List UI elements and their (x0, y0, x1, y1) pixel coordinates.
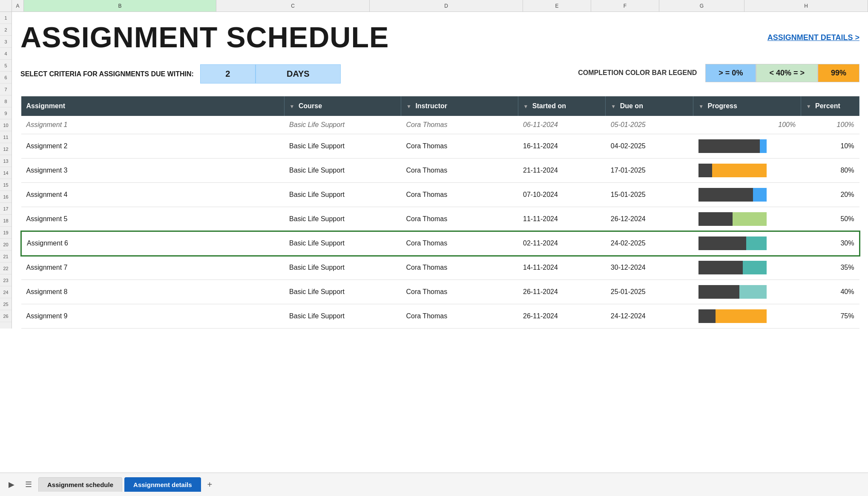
cell-assignment: Assignment 3 (21, 159, 285, 183)
cell-course: Basic Life Support (284, 183, 401, 207)
cell-course: Basic Life Support (284, 159, 401, 183)
row-num-5: 5 (0, 60, 11, 72)
cell-due-on: 24-02-2025 (606, 231, 693, 256)
cell-assignment: Assignment 6 (21, 231, 285, 256)
legend-box-blue: > = 0% (705, 64, 756, 82)
add-tab-button[interactable]: + (203, 478, 217, 492)
row-num-1: 1 (0, 12, 11, 24)
row-num-11: 11 (0, 131, 11, 143)
col-header-due-on[interactable]: ▼ Due on (606, 96, 693, 116)
table-row[interactable]: Assignment 5Basic Life SupportCora Thoma… (21, 207, 859, 231)
cell-course: Basic Life Support (284, 304, 401, 329)
cell-percent: 100% (801, 116, 859, 134)
cell-percent: 40% (801, 280, 859, 304)
cell-percent: 50% (801, 207, 859, 231)
cell-course: Basic Life Support (284, 256, 401, 280)
cell-progress (693, 207, 801, 231)
cell-assignment: Assignment 9 (21, 304, 285, 329)
row-num-23: 23 (0, 274, 11, 286)
row-numbers: 1 2 3 4 5 6 7 8 9 10 11 12 13 14 15 16 1… (0, 12, 12, 329)
col-d: D (370, 0, 523, 12)
row-num-14: 14 (0, 167, 11, 179)
assignment-details-link[interactable]: ASSIGNMENT DETAILS > (767, 33, 859, 42)
table-row[interactable]: Assignment 3Basic Life SupportCora Thoma… (21, 159, 859, 183)
hamburger-icon[interactable]: ☰ (21, 478, 36, 491)
cell-course: Basic Life Support (284, 207, 401, 231)
cell-instructor: Cora Thomas (401, 116, 518, 134)
table-row[interactable]: Assignment 9Basic Life SupportCora Thoma… (21, 304, 859, 329)
table-row[interactable]: Assignment 8Basic Life SupportCora Thoma… (21, 280, 859, 304)
cell-started-on: 14-11-2024 (518, 256, 606, 280)
criteria-days: DAYS (256, 64, 341, 84)
filter-icon-instructor: ▼ (406, 104, 411, 110)
legend-box-yellow: 99% (818, 64, 859, 82)
col-header-progress[interactable]: ▼ Progress (693, 96, 801, 116)
col-header-instructor[interactable]: ▼ Instructor (401, 96, 518, 116)
cell-started-on: 16-11-2024 (518, 134, 606, 159)
cell-progress (693, 304, 801, 329)
content-area: ASSIGNMENT SCHEDULE ASSIGNMENT DETAILS >… (12, 12, 868, 329)
progress-bar (698, 188, 767, 202)
legend-section: COMPLETION COLOR BAR LEGEND > = 0% < 40%… (578, 64, 859, 82)
cell-assignment: Assignment 2 (21, 134, 285, 159)
cell-started-on: 26-11-2024 (518, 280, 606, 304)
row-num-21: 21 (0, 251, 11, 262)
tabs-bar: ▶ ☰ Assignment schedule Assignment detai… (0, 473, 868, 496)
table-row[interactable]: Assignment 1Basic Life SupportCora Thoma… (21, 116, 859, 134)
table-row[interactable]: Assignment 4Basic Life SupportCora Thoma… (21, 183, 859, 207)
cell-due-on: 15-01-2025 (606, 183, 693, 207)
cell-percent: 20% (801, 183, 859, 207)
cell-started-on: 21-11-2024 (518, 159, 606, 183)
cell-progress: 100% (693, 116, 801, 134)
cell-instructor: Cora Thomas (401, 256, 518, 280)
criteria-value[interactable]: 2 (200, 64, 256, 84)
cell-progress (693, 183, 801, 207)
progress-bar (698, 236, 767, 250)
col-header-course[interactable]: ▼ Course (284, 96, 401, 116)
cell-started-on: 26-11-2024 (518, 304, 606, 329)
criteria-label: SELECT CRITERIA FOR ASSIGNMENTS DUE WITH… (20, 70, 194, 78)
table-row[interactable]: Assignment 6Basic Life SupportCora Thoma… (21, 231, 859, 256)
col-header-percent[interactable]: ▼ Percent (801, 96, 859, 116)
cell-due-on: 04-02-2025 (606, 134, 693, 159)
row-num-10: 10 (0, 119, 11, 131)
filter-icon-percent: ▼ (806, 104, 811, 110)
cell-percent: 75% (801, 304, 859, 329)
legend-label: COMPLETION COLOR BAR LEGEND (578, 69, 697, 77)
col-g: G (659, 0, 744, 12)
row-num-4: 4 (0, 48, 11, 60)
table-header-row: Assignment ▼ Course ▼ Instructor ▼ Sta (21, 96, 859, 116)
filter-icon-started: ▼ (523, 104, 529, 110)
col-header-started-on[interactable]: ▼ Started on (518, 96, 606, 116)
spreadsheet-container: A B C D E F G H 1 2 3 4 5 6 7 8 9 10 11 … (0, 0, 868, 496)
table-row[interactable]: Assignment 2Basic Life SupportCora Thoma… (21, 134, 859, 159)
cell-course: Basic Life Support (284, 231, 401, 256)
col-h: H (744, 0, 868, 12)
cell-instructor: Cora Thomas (401, 280, 518, 304)
cell-instructor: Cora Thomas (401, 304, 518, 329)
cell-instructor: Cora Thomas (401, 231, 518, 256)
cell-instructor: Cora Thomas (401, 183, 518, 207)
cell-course: Basic Life Support (284, 280, 401, 304)
tab-assignment-details[interactable]: Assignment details (124, 477, 201, 492)
progress-bar (698, 164, 767, 177)
row-num-22: 22 (0, 262, 11, 274)
col-f: F (591, 0, 659, 12)
progress-bar (698, 261, 767, 274)
nav-icon[interactable]: ▶ (4, 478, 19, 491)
col-e: E (523, 0, 591, 12)
filter-icon-course: ▼ (290, 104, 295, 110)
cell-started-on: 06-11-2024 (518, 116, 606, 134)
row-num-19: 19 (0, 227, 11, 239)
row-num-8: 8 (0, 95, 11, 107)
cell-due-on: 17-01-2025 (606, 159, 693, 183)
table-row[interactable]: Assignment 7Basic Life SupportCora Thoma… (21, 256, 859, 280)
row-num-26: 26 (0, 310, 11, 322)
tab-assignment-schedule[interactable]: Assignment schedule (38, 477, 122, 492)
row-num-20: 20 (0, 239, 11, 251)
progress-bar (698, 139, 767, 153)
cell-percent: 80% (801, 159, 859, 183)
progress-bar (698, 285, 767, 299)
row-num-6: 6 (0, 72, 11, 84)
col-header-assignment[interactable]: Assignment (21, 96, 285, 116)
